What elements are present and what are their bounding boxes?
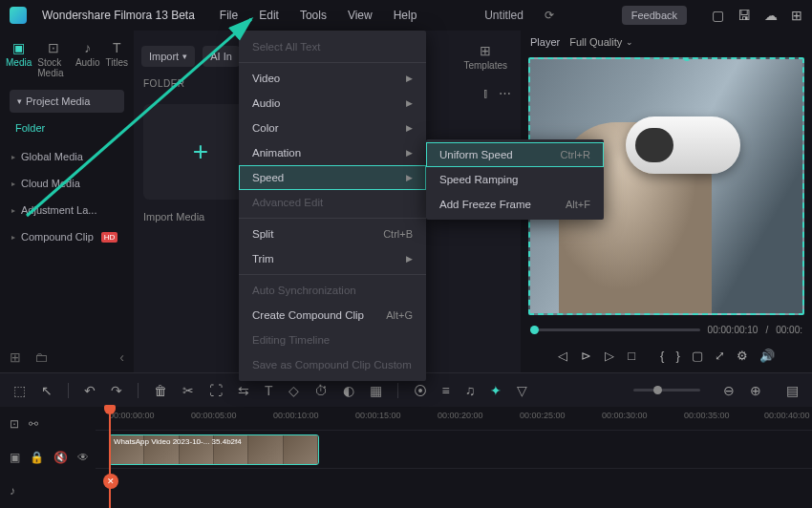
mixer-icon[interactable]: ≡ xyxy=(442,383,450,398)
left-panel: ▣Media ⊡Stock Media ♪Audio TTitles ▾Proj… xyxy=(0,31,134,372)
video-track[interactable]: WhatsApp Video 2023-10-... 35.4b2f4 xyxy=(96,430,812,468)
media-icon: ▣ xyxy=(10,40,29,55)
mark-icon[interactable]: ▽ xyxy=(517,383,527,398)
redo-icon[interactable]: ↷ xyxy=(111,383,122,398)
folder-tree-icon[interactable]: 🗀 xyxy=(34,349,48,365)
menu-item-animation[interactable]: Animation▶ xyxy=(239,140,426,165)
submenu-item-add-freeze-frame[interactable]: Add Freeze FrameAlt+F xyxy=(426,192,604,217)
menu-item-create-compound-clip[interactable]: Create Compound ClipAlt+G xyxy=(239,303,426,328)
volume-icon[interactable]: 🔊 xyxy=(759,349,775,363)
panel-layout-icon[interactable]: ▤ xyxy=(786,383,799,398)
zoom-in-icon[interactable]: ⊕ xyxy=(750,383,761,398)
sidebar-item-cloud-media[interactable]: ▸Cloud Media xyxy=(0,170,134,197)
more-icon[interactable]: ⋯ xyxy=(499,86,511,100)
time-total: 00:00: xyxy=(776,325,802,335)
grid-icon[interactable]: ⊞ xyxy=(791,8,802,23)
stop-icon[interactable]: □ xyxy=(628,349,635,363)
sidebar-item-adjustment-layer[interactable]: ▸Adjustment La... xyxy=(0,197,134,223)
video-clip[interactable]: WhatsApp Video 2023-10-... 35.4b2f4 xyxy=(109,434,319,465)
step-back-icon[interactable]: ⊳ xyxy=(581,349,591,363)
filter-icon[interactable]: ⫿ xyxy=(482,86,489,100)
grid-tool-icon[interactable]: ▦ xyxy=(370,383,382,398)
folder-label[interactable]: Folder xyxy=(0,116,134,143)
timeline-ruler[interactable]: 00:00:00:00 00:00:05:00 00:00:10:00 00:0… xyxy=(96,407,812,430)
split-icon[interactable]: ✂ xyxy=(182,383,194,398)
play-icon[interactable]: ▷ xyxy=(605,349,614,363)
tab-stock-media[interactable]: ⊡Stock Media xyxy=(35,36,72,82)
keyframe-icon[interactable]: ◇ xyxy=(288,383,299,398)
timeline: ⊡ ⚯ ▣ 🔒 🔇 👁 ♪ ✕ 00:00:00:00 00:00:05:00 … xyxy=(0,407,812,508)
submenu-item-speed-ramping[interactable]: Speed Ramping xyxy=(426,167,604,192)
ai-button[interactable]: AI In xyxy=(203,46,240,67)
link-icon[interactable]: ⚯ xyxy=(29,417,38,431)
templates-icon: ⊞ xyxy=(480,43,491,58)
select-tool-icon[interactable]: ↖ xyxy=(41,383,53,398)
menu-file[interactable]: File xyxy=(220,9,238,22)
track-lock-icon[interactable]: 🔒 xyxy=(30,451,44,464)
enhance-icon[interactable]: ✦ xyxy=(490,383,502,398)
document-title[interactable]: Untitled xyxy=(484,9,524,22)
delete-icon[interactable]: 🗑 xyxy=(154,383,167,398)
menu-view[interactable]: View xyxy=(348,9,373,22)
feedback-button[interactable]: Feedback xyxy=(622,6,687,25)
monitor-icon[interactable]: ▢ xyxy=(712,8,724,23)
menu-item-trim[interactable]: Trim▶ xyxy=(239,246,426,271)
prev-frame-icon[interactable]: ◁ xyxy=(558,349,567,363)
mark-out-icon[interactable]: } xyxy=(675,349,679,363)
undo-icon[interactable]: ↶ xyxy=(84,383,96,398)
zoom-out-icon[interactable]: ⊖ xyxy=(723,383,735,398)
plus-icon: + xyxy=(193,137,208,167)
record-icon[interactable]: ⦿ xyxy=(414,383,427,398)
menu-item-speed[interactable]: Speed▶ xyxy=(239,165,426,190)
menu-help[interactable]: Help xyxy=(394,9,417,22)
snapshot-icon[interactable]: ▢ xyxy=(692,349,703,363)
settings-icon[interactable]: ⚙ xyxy=(737,349,748,363)
topbar: Wondershare Filmora 13 Beta File Edit To… xyxy=(0,0,812,31)
project-media-dropdown[interactable]: ▾Project Media xyxy=(10,90,124,113)
tab-audio[interactable]: ♪Audio xyxy=(74,36,102,82)
new-folder-icon[interactable]: ⊞ xyxy=(10,349,21,365)
pointer-tool-icon[interactable]: ⬚ xyxy=(13,383,26,398)
submenu-item-uniform-speed[interactable]: Uniform SpeedCtrl+R xyxy=(426,142,604,167)
sidebar-item-global-media[interactable]: ▸Global Media xyxy=(0,143,134,170)
save-icon[interactable]: 🖫 xyxy=(737,8,751,23)
audio-track[interactable] xyxy=(96,468,812,506)
mark-in-icon[interactable]: { xyxy=(660,349,664,363)
tab-titles[interactable]: TTitles xyxy=(103,36,130,82)
playhead-delete-icon[interactable]: ✕ xyxy=(103,474,118,489)
menu-item-advanced-edit: Advanced Edit xyxy=(239,190,426,215)
track-mute-icon[interactable]: 🔇 xyxy=(53,451,68,464)
color-tool-icon[interactable]: ◐ xyxy=(343,383,354,398)
text-icon[interactable]: T xyxy=(265,383,273,398)
time-current: 00:00:00:10 xyxy=(708,325,759,335)
speed-tool-icon[interactable]: ⏱ xyxy=(314,383,328,398)
time-divider: / xyxy=(765,325,768,335)
tools-dropdown: Select All TextVideo▶Audio▶Color▶Animati… xyxy=(239,31,426,381)
timeline-playhead[interactable] xyxy=(109,407,111,508)
menu-edit[interactable]: Edit xyxy=(259,9,279,22)
import-button[interactable]: Import▾ xyxy=(141,46,195,67)
timeline-menu-icon[interactable]: ⊡ xyxy=(10,417,19,431)
zoom-slider[interactable] xyxy=(633,389,700,392)
sidebar-item-compound-clip[interactable]: ▸Compound ClipHD xyxy=(0,223,134,250)
preview-scrubber[interactable] xyxy=(530,328,700,331)
menu-item-split[interactable]: SplitCtrl+B xyxy=(239,222,426,246)
sync-status-icon: ⟳ xyxy=(545,9,554,22)
cloud-icon[interactable]: ☁ xyxy=(764,8,778,23)
track-video-icon[interactable]: ▣ xyxy=(10,451,20,464)
beat-icon[interactable]: ♫ xyxy=(465,383,476,398)
menu-item-audio[interactable]: Audio▶ xyxy=(239,91,426,116)
menu-tools[interactable]: Tools xyxy=(300,9,327,22)
adjust-icon[interactable]: ⇆ xyxy=(238,383,249,398)
menu-item-color[interactable]: Color▶ xyxy=(239,116,426,140)
expand-icon[interactable]: ⤢ xyxy=(715,349,725,363)
track-visible-icon[interactable]: 👁 xyxy=(77,451,89,464)
track-audio-icon[interactable]: ♪ xyxy=(10,484,15,497)
timeline-header-controls: ⊡ ⚯ xyxy=(0,407,96,440)
quality-dropdown[interactable]: Full Quality⌄ xyxy=(569,36,633,48)
tab-templates[interactable]: ⊞Templates xyxy=(463,43,507,71)
tab-media[interactable]: ▣Media xyxy=(4,36,33,82)
menu-item-video[interactable]: Video▶ xyxy=(239,66,426,91)
crop-icon[interactable]: ⛶ xyxy=(209,383,223,398)
collapse-panel-icon[interactable]: ‹ xyxy=(119,349,124,365)
